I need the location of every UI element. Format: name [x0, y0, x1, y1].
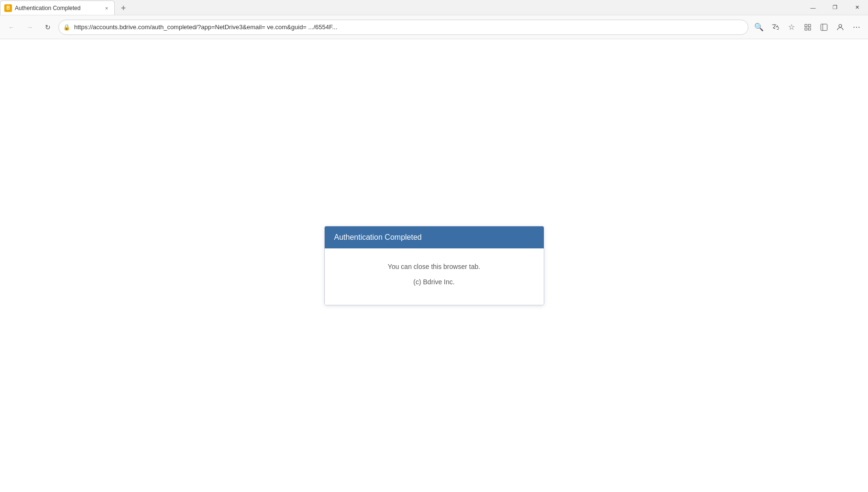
title-bar: B Authentication Completed × + — ❐ ✕	[0, 0, 868, 15]
search-icon[interactable]: 🔍	[751, 20, 767, 35]
sidebar-icon[interactable]	[816, 20, 832, 35]
forward-button[interactable]: →	[22, 20, 37, 35]
more-menu-icon[interactable]: ⋯	[849, 20, 864, 35]
window-controls: — ❐ ✕	[802, 0, 868, 15]
active-tab[interactable]: B Authentication Completed ×	[0, 0, 115, 15]
page-content: Authentication Completed You can close t…	[0, 39, 868, 492]
auth-card-header: Authentication Completed	[325, 226, 544, 248]
new-tab-button[interactable]: +	[117, 1, 130, 15]
svg-rect-2	[805, 28, 807, 30]
auth-card-header-title: Authentication Completed	[334, 233, 422, 241]
toolbar-icons: 🔍 ☆	[751, 20, 864, 35]
svg-rect-4	[821, 24, 827, 30]
refresh-button[interactable]: ↻	[40, 20, 55, 35]
back-button[interactable]: ←	[4, 20, 19, 35]
minimize-button[interactable]: —	[802, 0, 824, 15]
profile-icon[interactable]	[833, 20, 848, 35]
auth-completed-card: Authentication Completed You can close t…	[324, 226, 544, 305]
lock-icon: 🔒	[63, 24, 70, 31]
close-window-button[interactable]: ✕	[846, 0, 868, 15]
collections-icon[interactable]	[800, 20, 815, 35]
address-input-wrapper[interactable]: 🔒 https://accounts.bdrive.com/auth_compl…	[58, 20, 748, 35]
address-bar: ← → ↻ 🔒 https://accounts.bdrive.com/auth…	[0, 15, 868, 39]
svg-rect-1	[808, 24, 811, 27]
tab-title: Authentication Completed	[15, 5, 100, 11]
browser-window: B Authentication Completed × + — ❐ ✕ ← →…	[0, 0, 868, 492]
tabs-area: B Authentication Completed × +	[0, 0, 802, 15]
copyright-text: (c) Bdrive Inc.	[413, 278, 454, 286]
auth-card-body: You can close this browser tab. (c) Bdri…	[325, 248, 544, 305]
tab-favicon: B	[4, 4, 12, 12]
svg-rect-3	[808, 28, 811, 30]
address-url[interactable]: https://accounts.bdrive.com/auth_complet…	[58, 20, 748, 35]
svg-rect-0	[805, 24, 807, 27]
translate-icon[interactable]	[768, 20, 783, 35]
tab-close-button[interactable]: ×	[103, 4, 110, 12]
restore-button[interactable]: ❐	[824, 0, 846, 15]
close-tab-message: You can close this browser tab.	[388, 263, 480, 270]
favorites-star-icon[interactable]: ☆	[784, 20, 799, 35]
svg-point-6	[839, 24, 842, 27]
